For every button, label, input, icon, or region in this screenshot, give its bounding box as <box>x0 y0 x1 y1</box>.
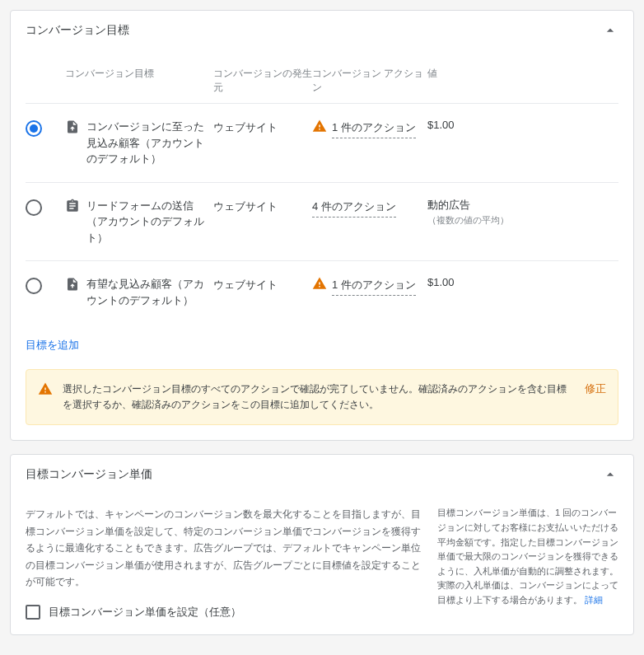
value-cell: $1.00 <box>427 276 618 288</box>
description-text: デフォルトでは、キャンペーンのコンバージョン数を最大化することを目指しますが、目… <box>26 506 421 590</box>
section-title: コンバージョン目標 <box>26 23 129 38</box>
target-cpa-body: デフォルトでは、キャンペーンのコンバージョン数を最大化することを目指しますが、目… <box>11 494 633 634</box>
alert-text: 選択したコンバージョン目標のすべてのアクションで確認が完了していません。確認済み… <box>63 381 575 413</box>
goal-radio[interactable] <box>26 278 42 294</box>
fix-link[interactable]: 修正 <box>585 381 606 396</box>
main-column: デフォルトでは、キャンペーンのコンバージョン数を最大化することを目指しますが、目… <box>26 506 421 620</box>
section-title: 目標コンバージョン単価 <box>26 467 152 482</box>
table-row: リードフォームの送信（アカウントのデフォルト）ウェブサイト4 件のアクション動的… <box>26 182 618 261</box>
action-count-link[interactable]: 1 件のアクション <box>332 119 416 138</box>
header-action: コンバージョン アクション <box>312 67 427 95</box>
checkbox-row: 目標コンバージョン単価を設定（任意） <box>26 605 421 620</box>
action-count-link[interactable]: 1 件のアクション <box>332 276 416 296</box>
value-text: $1.00 <box>427 276 455 288</box>
conversion-goals-header[interactable]: コンバージョン目標 <box>11 11 633 50</box>
chevron-up-icon <box>602 22 618 39</box>
goal-text: リードフォームの送信（アカウントのデフォルト） <box>86 198 213 246</box>
target-cpa-checkbox[interactable] <box>26 605 40 620</box>
chevron-up-icon <box>602 466 618 483</box>
warning-icon <box>312 119 327 133</box>
source-text: ウェブサイト <box>213 198 312 214</box>
value-cell: 動的広告（複数の値の平均） <box>427 198 618 227</box>
warning-icon <box>312 276 327 291</box>
goal-cell: リードフォームの送信（アカウントのデフォルト） <box>65 198 213 246</box>
form-icon <box>65 199 80 213</box>
target-cpa-header[interactable]: 目標コンバージョン単価 <box>11 455 633 494</box>
table-header-row: コンバージョン目標 コンバージョンの発生元 コンバージョン アクション 値 <box>26 50 618 103</box>
header-value: 値 <box>427 67 618 95</box>
action-cell: 4 件のアクション <box>312 198 427 218</box>
value-note: （複数の値の平均） <box>427 214 618 227</box>
goal-text: 有望な見込み顧客（アカウントのデフォルト） <box>86 276 213 308</box>
conversion-goals-body: コンバージョン目標 コンバージョンの発生元 コンバージョン アクション 値 コン… <box>11 50 633 440</box>
value-text: 動的広告 <box>427 199 470 211</box>
add-goal-link[interactable]: 目標を追加 <box>26 323 79 364</box>
action-count-link[interactable]: 4 件のアクション <box>312 198 396 218</box>
action-cell: 1 件のアクション <box>312 276 427 296</box>
submit-icon <box>65 277 80 292</box>
header-goal: コンバージョン目標 <box>65 67 213 95</box>
conversion-goals-card: コンバージョン目標 コンバージョン目標 コンバージョンの発生元 コンバージョン … <box>10 10 634 441</box>
goal-text: コンバージョンに至った見込み顧客（アカウントのデフォルト） <box>86 119 213 167</box>
value-cell: $1.00 <box>427 119 618 131</box>
checkbox-label: 目標コンバージョン単価を設定（任意） <box>49 605 241 620</box>
header-source: コンバージョンの発生元 <box>213 67 312 95</box>
goal-cell: コンバージョンに至った見込み顧客（アカウントのデフォルト） <box>65 119 213 167</box>
side-help-text: 目標コンバージョン単価は、1 回のコンバージョンに対してお客様にお支払いいただけ… <box>437 508 618 605</box>
goal-cell: 有望な見込み顧客（アカウントのデフォルト） <box>65 276 213 308</box>
action-cell: 1 件のアクション <box>312 119 427 138</box>
submit-icon <box>65 119 80 134</box>
goal-radio[interactable] <box>26 120 42 137</box>
source-text: ウェブサイト <box>213 119 312 135</box>
goal-radio[interactable] <box>26 199 42 216</box>
side-help: 目標コンバージョン単価は、1 回のコンバージョンに対してお客様にお支払いいただけ… <box>437 506 618 620</box>
warning-alert: 選択したコンバージョン目標のすべてのアクションで確認が完了していません。確認済み… <box>26 369 618 425</box>
source-text: ウェブサイト <box>213 276 312 292</box>
target-cpa-card: 目標コンバージョン単価 デフォルトでは、キャンペーンのコンバージョン数を最大化す… <box>10 454 634 635</box>
table-row: コンバージョンに至った見込み顧客（アカウントのデフォルト）ウェブサイト1 件のア… <box>26 103 618 182</box>
table-row: 有望な見込み顧客（アカウントのデフォルト）ウェブサイト1 件のアクション$1.0… <box>26 260 618 323</box>
learn-more-link[interactable]: 詳細 <box>585 595 603 605</box>
value-text: $1.00 <box>427 119 455 131</box>
warning-icon <box>38 381 53 396</box>
